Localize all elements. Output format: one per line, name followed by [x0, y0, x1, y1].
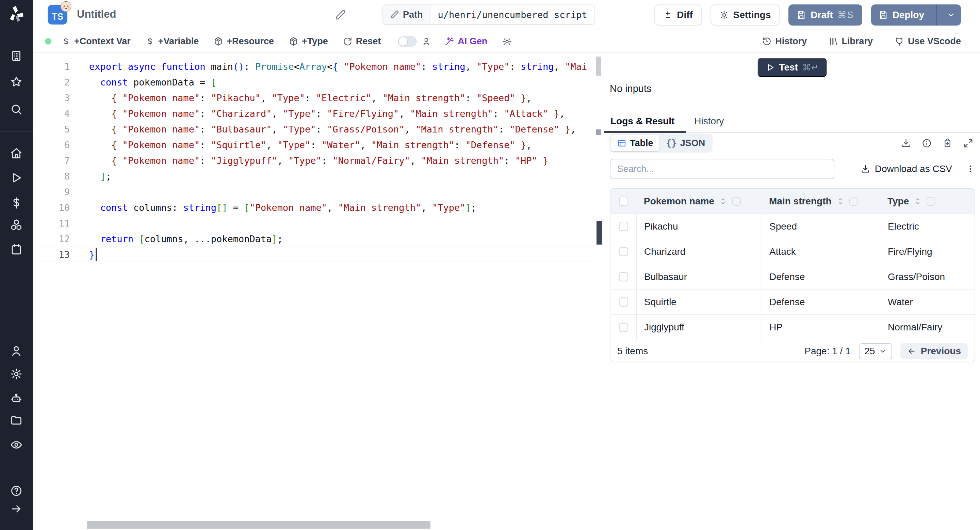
play-icon[interactable] — [10, 172, 22, 184]
view-toggle-json[interactable]: {} JSON — [660, 135, 711, 151]
result-search-input[interactable] — [610, 159, 834, 179]
tab-logs-result[interactable]: Logs & Result — [611, 116, 675, 127]
save-draft-button[interactable]: Draft ⌘S — [788, 5, 862, 26]
boxes-icon[interactable] — [10, 219, 22, 231]
code-line[interactable]: 2 const pokemonData = [ — [33, 74, 216, 90]
eye-icon[interactable] — [10, 439, 22, 451]
table-icon — [617, 139, 627, 148]
dollar-icon[interactable] — [10, 197, 22, 209]
sort-icon — [719, 197, 727, 206]
view-toggle-table[interactable]: Table — [611, 135, 659, 151]
table-row[interactable]: BulbasaurDefenseGrass/Poison — [611, 264, 975, 289]
calendar-icon[interactable] — [10, 243, 22, 255]
building-icon[interactable] — [10, 50, 22, 62]
home-icon[interactable] — [10, 147, 22, 160]
settings-button[interactable]: Settings — [711, 5, 780, 26]
row-checkbox[interactable] — [619, 222, 628, 231]
script-emoji-icon — [60, 0, 72, 12]
column-header[interactable]: Pokemon name — [636, 189, 762, 214]
table-cell: Normal/Fairy — [880, 315, 975, 340]
star-icon[interactable] — [10, 76, 22, 88]
table-row[interactable]: CharizardAttackFire/Flying — [611, 239, 975, 264]
history-button[interactable]: History — [762, 36, 807, 47]
table-row[interactable]: JigglypuffHPNormal/Fairy — [611, 315, 975, 340]
vertical-scrollbar-thumb[interactable] — [597, 221, 602, 244]
info-icon[interactable] — [922, 138, 932, 148]
diff-mode-toggle[interactable] — [398, 36, 417, 47]
code-line[interactable]: 8 ]; — [33, 168, 111, 184]
gear-icon[interactable] — [10, 368, 22, 380]
column-header[interactable]: Main strength — [762, 189, 880, 214]
diff-button[interactable]: Diff — [654, 5, 702, 26]
expand-icon[interactable] — [963, 138, 973, 148]
library-button[interactable]: Library — [829, 36, 873, 47]
page-size-select[interactable]: 25 — [859, 343, 892, 359]
column-header[interactable]: Type — [880, 189, 975, 214]
line-number: 12 — [33, 234, 70, 244]
row-checkbox[interactable] — [619, 272, 628, 281]
code-line[interactable]: 9 — [33, 184, 89, 200]
column-label: Pokemon name — [644, 196, 714, 207]
column-toggle[interactable] — [927, 197, 935, 206]
code-line[interactable]: 13} — [33, 247, 95, 262]
deploy-button[interactable]: Deploy — [871, 5, 961, 26]
more-options-kebab-icon[interactable] — [966, 164, 975, 174]
table-cell: HP — [762, 315, 880, 340]
ai-gen-button[interactable]: AI Gen — [445, 36, 487, 47]
column-toggle[interactable] — [732, 197, 741, 206]
arrow-right-icon[interactable] — [10, 503, 22, 515]
help-circle-icon[interactable] — [10, 485, 22, 497]
folder-icon[interactable] — [10, 414, 22, 426]
search-icon[interactable] — [10, 103, 22, 115]
download-as-csv-button[interactable]: Download as CSV — [861, 163, 952, 174]
code-line[interactable]: 7 { "Pokemon name": "Jigglypuff", "Type"… — [33, 153, 548, 168]
result-table: Pokemon nameMain strengthType PikachuSpe… — [610, 188, 975, 362]
table-cell: Pikachu — [636, 214, 762, 239]
code-line[interactable]: 4 { "Pokemon name": "Charizard", "Type":… — [33, 105, 565, 121]
windmill-logo[interactable] — [7, 4, 26, 23]
code-editor[interactable]: 1export async function main(): Promise<A… — [33, 53, 604, 530]
code-line[interactable]: 6 { "Pokemon name": "Squirtle", "Type": … — [33, 137, 532, 153]
add-type-button[interactable]: +Type — [289, 36, 328, 47]
code-line[interactable]: 1export async function main(): Promise<A… — [33, 59, 587, 74]
edit-summary-pencil-icon[interactable] — [335, 10, 346, 21]
test-button[interactable]: Test ⌘↵ — [757, 58, 827, 77]
save-icon — [878, 10, 888, 20]
line-number: 6 — [33, 140, 70, 150]
code-line[interactable]: 5 { "Pokemon name": "Bulbasaur", "Type":… — [33, 121, 576, 137]
line-number: 1 — [33, 61, 70, 72]
deploy-dropdown-button[interactable] — [941, 11, 961, 19]
select-all-checkbox[interactable] — [619, 196, 628, 206]
code-line[interactable]: 12 return [columns, ...pokemonData]; — [33, 231, 283, 247]
editor-settings-gear-icon[interactable] — [502, 37, 512, 46]
person-icon[interactable] — [10, 345, 22, 357]
code-text: { "Pokemon name": "Jigglypuff", "Type": … — [89, 155, 548, 166]
previous-page-button[interactable]: Previous — [900, 343, 968, 359]
row-checkbox[interactable] — [619, 297, 628, 307]
column-toggle[interactable] — [850, 197, 858, 206]
path-value[interactable]: u/henri/unencumbered_script — [430, 5, 595, 24]
user-icon[interactable] — [422, 37, 431, 46]
use-vscode-button[interactable]: Use VScode — [894, 36, 961, 47]
code-text: return [columns, ...pokemonData]; — [89, 234, 283, 244]
code-line[interactable]: 10 const columns: string[] = ["Pokemon n… — [33, 200, 476, 215]
code-line[interactable]: 3 { "Pokemon name": "Pikachu", "Type": "… — [33, 90, 532, 105]
sort-icon — [836, 197, 845, 206]
table-row[interactable]: PikachuSpeedElectric — [611, 214, 975, 239]
add-context-var-button[interactable]: +Context Var — [62, 36, 130, 47]
add-variable-button[interactable]: +Variable — [146, 36, 199, 47]
row-checkbox[interactable] — [619, 323, 628, 332]
line-number: 9 — [33, 187, 70, 197]
download-result-icon[interactable] — [901, 138, 911, 148]
tab-history[interactable]: History — [694, 116, 724, 127]
copy-clipboard-icon[interactable] — [943, 138, 953, 148]
robot-icon[interactable] — [10, 393, 22, 405]
path-field[interactable]: Path u/henri/unencumbered_script — [382, 5, 595, 25]
reset-button[interactable]: Reset — [343, 36, 381, 47]
code-line[interactable]: 11 — [33, 215, 89, 231]
test-shortcut: ⌘↵ — [802, 62, 819, 73]
row-checkbox[interactable] — [619, 247, 628, 256]
horizontal-scrollbar[interactable] — [87, 521, 430, 528]
add-resource-button[interactable]: +Resource — [214, 36, 274, 47]
table-row[interactable]: SquirtleDefenseWater — [611, 289, 975, 315]
